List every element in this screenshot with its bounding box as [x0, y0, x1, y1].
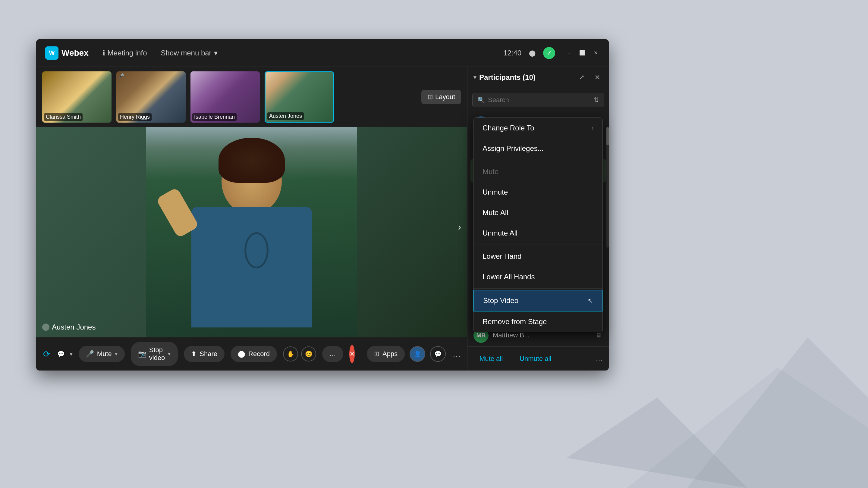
- ctx-lower-all-hands[interactable]: Lower All Hands: [473, 267, 602, 287]
- ctx-remove-from-stage-label: Remove from Stage: [483, 318, 547, 326]
- webex-title: Webex: [61, 48, 89, 58]
- participants-icon-btn[interactable]: 👤: [410, 346, 425, 362]
- microphone-icon: 🎤: [86, 350, 94, 358]
- ctx-mute: Mute: [473, 161, 602, 182]
- ctx-lower-hand[interactable]: Lower Hand: [473, 246, 602, 267]
- main-video-label: Austen Jones: [42, 323, 96, 331]
- ctx-stop-video-label: Stop Video: [483, 296, 518, 305]
- cursor-icon: ↖: [588, 297, 593, 304]
- thumbnail-clarissa[interactable]: Clarissa Smith: [42, 71, 112, 123]
- panel-title: ▾ Participants (10): [473, 73, 576, 82]
- thumbnail-austen[interactable]: Austen Jones: [265, 71, 334, 123]
- title-bar-left: W Webex ℹ Meeting info Show menu bar ▾: [45, 46, 218, 60]
- panel-popout-button[interactable]: ⤢: [576, 72, 587, 83]
- share-label: Share: [199, 350, 217, 358]
- status-icon: ✓: [543, 47, 555, 59]
- title-bar: W Webex ℹ Meeting info Show menu bar ▾ 1…: [36, 39, 609, 67]
- stop-video-label: Stop video: [149, 346, 165, 362]
- bottom-toolbar: ⟳ 💬 ▾ 🎤 Mute ▾ 📷 Stop video ▾ ⬆ Share: [36, 337, 467, 370]
- meeting-info-button[interactable]: ℹ Meeting info: [98, 46, 152, 60]
- ctx-change-role[interactable]: Change Role To ›: [473, 118, 602, 138]
- panel-chevron-icon[interactable]: ▾: [473, 74, 476, 81]
- mute-all-button[interactable]: Mute all: [473, 352, 509, 366]
- context-menu: Change Role To › Assign Privileges... Mu…: [473, 118, 603, 332]
- ctx-lower-all-hands-label: Lower All Hands: [483, 272, 535, 281]
- end-call-icon: ✕: [349, 350, 355, 358]
- thumbnail-isabelle[interactable]: Isabelle Brennan: [190, 71, 260, 123]
- thumbnail-henry-label: Henry Riggs: [118, 113, 152, 121]
- thumbnail-henry[interactable]: 🎤 Henry Riggs: [116, 71, 186, 123]
- ctx-separator-2: [473, 245, 602, 245]
- mute-label: Mute: [97, 350, 112, 358]
- webex-logo-icon: W: [45, 46, 59, 60]
- layout-button[interactable]: ⊞ Layout: [421, 90, 461, 104]
- ctx-change-role-label: Change Role To: [483, 124, 534, 132]
- stage-nav-button[interactable]: ›: [458, 222, 461, 232]
- panel-close-button[interactable]: ✕: [592, 72, 603, 83]
- apps-button[interactable]: ⊞ Apps: [367, 346, 405, 362]
- meeting-info-label: Meeting info: [107, 49, 147, 57]
- search-input[interactable]: [488, 96, 590, 104]
- ctx-unmute-all-label: Unmute All: [483, 229, 518, 237]
- mute-dropdown-icon[interactable]: ▾: [115, 351, 118, 357]
- thumbnail-isabelle-label: Isabelle Brennan: [192, 113, 237, 121]
- end-call-button[interactable]: ✕: [349, 345, 355, 363]
- more-button[interactable]: …: [322, 346, 343, 362]
- minimize-button[interactable]: –: [565, 49, 573, 57]
- stop-video-button[interactable]: 📷 Stop video ▾: [131, 342, 178, 366]
- unmute-all-button[interactable]: Unmute all: [514, 352, 557, 366]
- ctx-unmute-all[interactable]: Unmute All: [473, 223, 602, 243]
- search-icon: 🔍: [477, 96, 485, 104]
- window-controls: – ⬜ ✕: [565, 49, 600, 57]
- apps-icon: ⊞: [374, 350, 379, 358]
- mute-button[interactable]: 🎤 Mute ▾: [79, 346, 125, 362]
- main-video-name: Austen Jones: [52, 323, 96, 331]
- ctx-mute-all[interactable]: Mute All: [473, 202, 602, 223]
- share-icon: ⬆: [191, 350, 196, 358]
- record-label: Record: [248, 350, 270, 358]
- participants-title: Participants (10): [479, 73, 535, 82]
- record-button[interactable]: ⬤ Record: [230, 346, 277, 362]
- sort-button[interactable]: ⇅: [593, 96, 599, 104]
- webex-status-icon: ⟳: [41, 348, 53, 360]
- ctx-mute-all-label: Mute All: [483, 208, 508, 217]
- raise-hand-button[interactable]: ✋: [283, 347, 298, 361]
- share-button[interactable]: ⬆ Share: [184, 346, 224, 362]
- main-video: Austen Jones ›: [36, 127, 467, 337]
- menu-bar-button[interactable]: Show menu bar ▾: [161, 49, 218, 57]
- more-options-button[interactable]: …: [451, 348, 463, 360]
- ctx-mute-label: Mute: [483, 167, 498, 176]
- ctx-remove-from-stage[interactable]: Remove from Stage: [473, 312, 602, 332]
- maximize-button[interactable]: ⬜: [578, 49, 587, 57]
- panel-scrollbar-thumb: [607, 127, 609, 145]
- panel-actions: ⤢ ✕: [576, 72, 603, 83]
- thumbnail-strip: Clarissa Smith 🎤 Henry Riggs Isabelle Br…: [36, 67, 467, 127]
- ctx-assign-privileges-label: Assign Privileges...: [483, 144, 544, 153]
- webex-logo: W Webex: [45, 46, 89, 60]
- layout-icon: ⊞: [427, 93, 433, 101]
- ctx-unmute[interactable]: Unmute: [473, 182, 602, 202]
- close-button[interactable]: ✕: [591, 49, 600, 57]
- ctx-assign-privileges[interactable]: Assign Privileges...: [473, 138, 602, 159]
- chat-panel-button[interactable]: 💬: [430, 346, 446, 362]
- ctx-stop-video[interactable]: Stop Video ↖: [473, 290, 602, 312]
- reaction-button[interactable]: 😊: [301, 347, 316, 361]
- record-indicator-icon: ⬤: [526, 47, 538, 59]
- ctx-change-role-arrow: ›: [592, 125, 593, 131]
- ctx-unmute-label: Unmute: [483, 188, 508, 196]
- video-icon: 📷: [138, 350, 146, 358]
- ctx-separator-1: [473, 160, 602, 160]
- panel-scrollbar[interactable]: [607, 127, 609, 248]
- layout-label: Layout: [435, 93, 455, 101]
- panel-more-button[interactable]: …: [595, 355, 603, 363]
- video-dropdown-icon[interactable]: ▾: [168, 351, 170, 357]
- participant-info-matthew: Matthew B...: [493, 331, 590, 339]
- chat-icon[interactable]: 💬: [55, 348, 67, 360]
- video-label-icon: [42, 324, 50, 331]
- thumbnail-clarissa-label: Clarissa Smith: [44, 113, 83, 121]
- chat-chevron-icon[interactable]: ▾: [70, 350, 73, 358]
- ctx-lower-hand-label: Lower Hand: [483, 252, 521, 261]
- ctx-separator-3: [473, 288, 602, 289]
- title-bar-right: 12:40 ⬤ ✓ – ⬜ ✕: [503, 47, 600, 59]
- thumbnail-austen-label: Austen Jones: [267, 112, 304, 120]
